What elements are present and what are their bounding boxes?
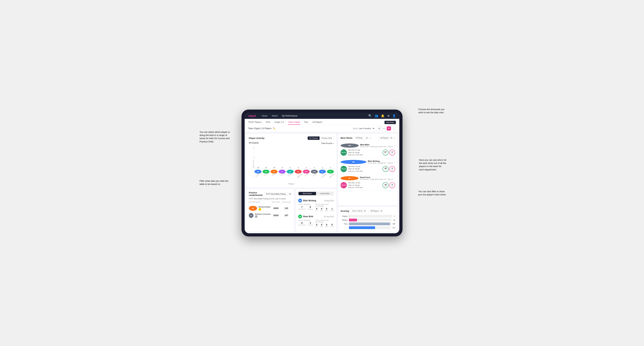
shot-player-row-2: BM Blair McHarg 23 Jul 2023 · Ashridge G… (340, 160, 395, 164)
app-logo: clippd (248, 114, 256, 117)
on-course-label: On Course (249, 142, 259, 144)
tab-hcaps[interactable]: Hcaps 1-5 (274, 120, 284, 125)
shot-player-row-1: MM Matt Miller 09 Jun 2023 · Royal North… (340, 144, 395, 148)
pa-app-stat-2: 0 APP (320, 223, 323, 227)
lb-player-name-1: Richard Butler 1 (258, 206, 271, 211)
people-icon[interactable]: 👥 (375, 114, 378, 117)
scoring-row-eagles: Eagles 3 (340, 215, 395, 218)
col-player-name: PLAYER NAME (249, 201, 270, 203)
pa-activities-row-2: 0 GTT 0 APP (315, 223, 334, 227)
pa-avatar-1: BM (298, 199, 302, 202)
scoring-val-pars: 499 (392, 223, 395, 225)
shot-player-info-1: Matt Miller 09 Jun 2023 · Royal North De… (360, 144, 393, 148)
scoring-card: Scoring Par 3, 4 & 5s All Players E (338, 207, 398, 231)
nav-teams[interactable]: Teams (272, 115, 278, 117)
tablet-frame: clippd Home Teams My Performance 🔍 👥 🔔 ⊕… (242, 110, 402, 236)
tab-tour[interactable]: Tour (304, 120, 308, 125)
scoring-row-other: ··· 315 (340, 226, 395, 229)
scoring-bar-eagles (349, 215, 392, 218)
tab-all-players[interactable]: All Players (312, 120, 323, 125)
show-select[interactable]: Last 3 months Last 6 months Last 12 mont… (358, 127, 375, 130)
list-view-btn[interactable]: ≡ (382, 126, 386, 131)
shot-details-1: 200 SG Shot Dist: 67 yds Start Lie: Roug… (340, 149, 395, 156)
pa-practice-activities-group: Total Practice Activities 0 GTT 0 (315, 204, 334, 212)
x-axis-players-label: Players (249, 183, 334, 185)
shot-badge-2: 200 SG (340, 166, 347, 172)
lb-filter-select[interactable]: PUTT Must Make Putting ... (264, 192, 292, 196)
pa-putt-stat: 1 PUTT (330, 207, 334, 212)
main-content: Player Activity On Course Practice Drill… (245, 132, 399, 233)
player-activity-card: Player Activity On Course Practice Drill… (246, 134, 336, 187)
shots-filter-players[interactable]: All Players (378, 136, 393, 140)
nav-home[interactable]: Home (262, 115, 268, 117)
practice-drills-toggle[interactable]: Practice Drills (320, 137, 334, 140)
tab-pga[interactable]: PGA (266, 120, 270, 125)
add-team-button[interactable]: Add Team (384, 121, 396, 124)
shots-title: Best Shots (340, 137, 352, 139)
shot-player-info-3: David Ford 24 Aug 2023 · Royal North Dev… (360, 176, 393, 180)
list-item[interactable]: DF David Ford 24 Aug 2023 · Royal North … (340, 174, 395, 191)
team-header: Team Clippd | 14 Players ✏️ Show: Last 3… (245, 125, 399, 132)
shots-filter-type[interactable]: All Shots Best Shots (354, 136, 368, 140)
shot-player-name-3: David Ford (360, 176, 393, 178)
shot-stats-2: 43 yds 0 yds (382, 166, 395, 172)
scoring-filter-par[interactable]: Par 3, 4 & 5s (350, 209, 366, 213)
shots-players-chevron: ▾ (394, 137, 395, 139)
annotation-right-mid: Here you can see who's hitthe best shots… (419, 159, 446, 171)
tab-team-clippd[interactable]: Team Clippd (288, 120, 300, 125)
top-nav: clippd Home Teams My Performance 🔍 👥 🔔 ⊕… (245, 113, 399, 119)
lb-subtitle: PUTT Must Make Putting (3-6 ft), Last 3 … (249, 198, 292, 200)
shot-info-1: Shot Dist: 67 yds Start Lie: Rough End L… (348, 149, 381, 156)
stat-circle-rem-3: 0 yds (389, 182, 395, 188)
edit-icon[interactable]: ✏️ (273, 127, 276, 130)
annotation-left-top: You can select which player isdoing the … (200, 131, 230, 143)
shot-chevron-icon-2: › (394, 161, 395, 163)
rank-badge-1: 1 (258, 208, 261, 211)
most-active-card: Most Active Least Active BM Blair McHarg (296, 189, 336, 231)
list-item[interactable]: BM Blair McHarg 23 Jul 2023 · Ashridge G… (340, 158, 395, 174)
shot-player-info-2: Blair McHarg 23 Jul 2023 · Ashridge GC ·… (368, 160, 393, 164)
view-icons: ⊞ ≡ ♥ ↕ (377, 126, 396, 131)
tab-pgat-players[interactable]: PGAT Players (248, 120, 262, 125)
bar-r-butler: 3 (303, 167, 310, 169)
pa-practice-stat: 6 Practice (308, 206, 313, 210)
add-circle-icon[interactable]: ⊕ (387, 114, 390, 117)
pa-total-rounds-label: Total Rounds (298, 204, 314, 205)
scoring-bar-fill-birdies (349, 219, 357, 221)
pa-date-1: 26 Aug 2023 (324, 200, 334, 202)
scoring-bars: Eagles 3 Birdies (340, 215, 395, 229)
search-icon[interactable]: 🔍 (368, 114, 372, 117)
avatar-icon[interactable]: 👤 (392, 114, 396, 117)
stat-circle-rem-1: 0 yds (389, 150, 395, 156)
lb-avatar-2: EC (249, 213, 254, 218)
practice-leaderboards-card: Practice Leaderboards PUTT Must Make Put… (246, 189, 294, 231)
stat-circle-dist-3: 16 yds (382, 182, 388, 188)
scoring-row-pars: Pars 499 (340, 222, 395, 225)
bar-j-coles: 9 (279, 167, 286, 169)
bell-icon[interactable]: 🔔 (381, 114, 384, 117)
least-active-tab[interactable]: Least Active (316, 192, 334, 195)
shot-avatar-1: MM (340, 144, 359, 148)
most-active-tab[interactable]: Most Active (298, 192, 316, 195)
on-course-toggle[interactable]: On Course (308, 137, 320, 140)
scoring-header: Scoring Par 3, 4 & 5s All Players (340, 209, 395, 213)
avatar-row: BM RB DF JC EE GB RB MM EC LR (254, 170, 334, 173)
shot-chevron-icon-1: › (394, 144, 395, 147)
annotation-left-mid: Filter what data you wish thetable to be… (200, 179, 228, 186)
shots-header: Best Shots All Shots Best Shots ▾ All Pl… (340, 136, 395, 140)
chart-view-btn[interactable]: ↕ (392, 126, 396, 131)
shot-meta-2: 23 Jul 2023 · Ashridge GC · Hole 15 (368, 162, 393, 164)
total-rounds-selector[interactable]: Total Rounds ▾ (321, 142, 334, 144)
card-view-btn[interactable]: ♥ (387, 126, 391, 131)
nav-icons: 🔍 👥 🔔 ⊕ 👤 (368, 114, 396, 117)
shot-info-2: Shot Dist: 43 yds Start Lie: Rough End L… (348, 166, 381, 173)
pa-activities-row: 0 GTT 0 APP (315, 207, 334, 212)
grid-view-btn[interactable]: ⊞ (377, 126, 381, 131)
pa-putt-stat-2: 0 PUTT (330, 223, 334, 227)
lb-title: Practice Leaderboards (249, 191, 263, 196)
scoring-filter-players[interactable]: All Players (368, 209, 383, 213)
list-item[interactable]: MM Matt Miller 09 Jun 2023 · Royal North… (340, 142, 395, 158)
pa-total-practice-label: Total Practice Activities (315, 204, 334, 207)
nav-my-performance[interactable]: My Performance (282, 115, 298, 117)
pa-total-rounds-group: Total Rounds 7 Tournament 6 (298, 204, 314, 212)
